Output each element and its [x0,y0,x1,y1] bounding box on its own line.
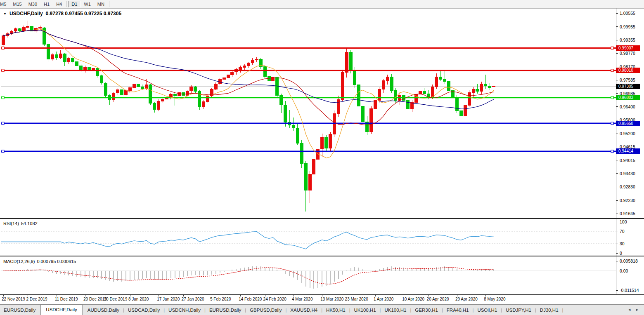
price-chart-canvas[interactable] [0,8,644,219]
date-axis-tick [429,295,429,296]
chart-tabs-bar: EURUSD,DailyUSDCHF,DailyAUDUSD,Daily|USD… [0,304,644,315]
date-label: 8 Jan 2020 [128,297,149,301]
chart-tab-UK100-H1[interactable]: UK100,H1 [350,306,380,315]
date-axis-tick [183,295,184,296]
chart-ohlc-values: 0.97278 0.97455 0.97225 0.97305 [46,11,122,16]
date-label: 20 Dec 2019 [83,297,107,301]
level-line-handle[interactable] [2,122,4,125]
tab-scroll-right-icon[interactable]: ► [635,308,639,312]
date-label: 22 Nov 2019 [2,297,25,301]
chart-tab-EURUSD-Daily[interactable]: EURUSD,Daily [206,306,245,315]
chart-left-border [1,8,1,295]
chart-tab-AUDUSD-Daily[interactable]: AUDUSD,Daily [84,306,123,315]
date-label: 17 Jan 2020 [157,297,180,301]
level-line-handle[interactable] [611,122,613,125]
date-label: 23 Mar 2020 [345,297,368,301]
date-axis-tick [265,295,265,296]
date-label: 27 Jan 2020 [182,297,204,301]
chart-tab-HK50-H1[interactable]: HK50,H1 [322,306,349,315]
timeframe-button-D1[interactable]: D1 [68,1,80,7]
date-label: 5 Feb 2020 [210,297,231,301]
date-label: 24 Feb 2020 [263,297,286,301]
timeframe-button-M30[interactable]: M30 [25,1,40,7]
macd-name: MACD(12,26,9) [3,259,35,264]
timeframe-button-H4[interactable]: H4 [53,1,65,7]
macd-values: 0.000795 0.000615 [37,259,76,264]
level-line-handle[interactable] [611,47,613,49]
timeframe-toolbar: M5M15M30H1H4D1W1MN [0,0,644,9]
toolbar-separator [109,1,109,7]
tab-scroll-left-icon[interactable]: ◄ [627,308,631,312]
chart-dropdown-icon[interactable]: ▼ [3,12,7,16]
date-axis-tick [457,295,457,296]
date-label: 2 Dec 2019 [26,297,47,301]
date-axis-tick [3,295,4,296]
chart-tab-DJ30-H1[interactable]: DJ30,H1 [536,306,562,315]
date-label: 4 Mar 2020 [292,297,313,301]
chart-tab-XAUUSD-H4[interactable]: XAUUSD,H4 [286,306,321,315]
level-line-handle[interactable] [611,69,613,72]
rsi-label: RSI(14) 54.1082 [3,221,38,226]
level-line-handle[interactable] [611,96,613,99]
chart-tabs: EURUSD,DailyUSDCHF,DailyAUDUSD,Daily|USD… [0,305,563,315]
rsi-name: RSI(14) [3,221,19,226]
chart-tab-FRA40-H1[interactable]: FRA40,H1 [443,306,473,315]
chart-tab-USDCNH-Daily[interactable]: USDCNH,Daily [165,306,204,315]
date-axis-tick [240,295,241,296]
chart-title: ▼ USDCHF,Daily 0.97278 0.97455 0.97225 0… [3,11,121,16]
date-label: 13 Mar 2020 [320,297,343,301]
date-label: 30 Dec 2019 [104,297,128,301]
timeframe-button-H1[interactable]: H1 [40,1,53,7]
tab-scroll-arrows: ◄ ► [627,308,644,315]
level-line-handle[interactable] [2,69,4,72]
level-line-handle[interactable] [2,150,4,153]
chart-tab-USDJPY-H1[interactable]: USDJPY,H1 [502,306,535,315]
date-axis-tick [106,295,106,296]
chart-tab-EURUSD-Daily[interactable]: EURUSD,Daily [0,306,39,315]
timeframe-button-M5[interactable]: M5 [0,1,9,7]
rsi-line [1,232,494,249]
candles-layer [2,21,495,212]
date-axis-tick [212,295,212,296]
date-label: 11 Dec 2019 [55,297,78,301]
date-axis-tick [294,295,294,296]
date-label: 8 May 2020 [484,297,505,301]
chart-tab-USOil-H1[interactable]: USOil,H1 [474,306,501,315]
date-axis-tick [404,295,404,296]
tab-separator: | [562,308,564,315]
rsi-value: 54.1082 [21,221,38,226]
level-line-handle[interactable] [2,96,4,99]
chart-tab-GER30-H1[interactable]: GER30,H1 [411,306,442,315]
trading-terminal-window: M5M15M30H1H4D1W1MN ▼ USDCHF,Daily 0.9727… [0,0,644,315]
chart-tab-UK100-H1[interactable]: UK100,H1 [381,306,410,315]
date-axis-tick [485,295,486,296]
date-axis-tick [375,295,376,296]
chart-tab-USDCHF-Daily[interactable]: USDCHF,Daily [40,305,83,315]
rsi-indicator-canvas[interactable] [0,219,644,256]
date-axis-tick [57,295,57,296]
date-label: 10 Apr 2020 [402,297,424,301]
date-axis-tick [28,295,28,296]
macd-label: MACD(12,26,9) 0.000795 0.000615 [3,259,76,264]
date-label: 20 Apr 2020 [427,297,449,301]
chart-tab-USDCAD-Daily[interactable]: USDCAD,Daily [124,306,163,315]
timeframe-button-MN[interactable]: MN [94,1,108,7]
chart-tab-GBPUSD-Daily[interactable]: GBPUSD,Daily [246,306,285,315]
date-label: 29 Apr 2020 [455,297,478,301]
date-axis-tick [159,295,159,296]
level-line-handle[interactable] [611,150,613,153]
timeframe-button-M15[interactable]: M15 [9,1,25,7]
macd-indicator-canvas[interactable] [0,256,644,295]
date-axis-tick [322,295,322,296]
timeframe-button-W1[interactable]: W1 [80,1,94,7]
date-axis-tick [347,295,347,296]
date-axis-tick [130,295,130,296]
date-label: 14 Feb 2020 [239,297,262,301]
level-line-handle[interactable] [2,47,4,49]
date-label: 1 Apr 2020 [374,297,393,301]
macd-histogram [3,266,494,289]
moving-average-medium [3,30,494,125]
date-axis-tick [85,295,85,296]
chart-symbol-period: USDCHF,Daily [9,11,43,16]
toolbar-separator [66,1,67,7]
